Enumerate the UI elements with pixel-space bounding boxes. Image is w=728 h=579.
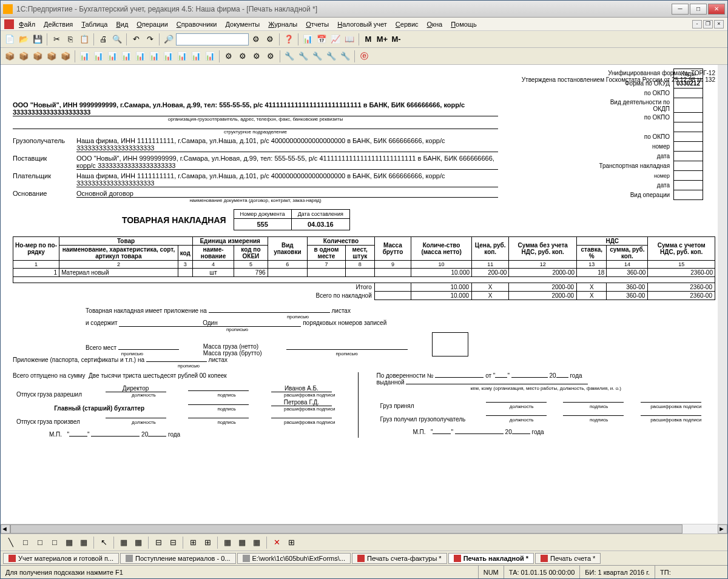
menu-icon — [4, 19, 14, 29]
menu-help[interactable]: Помощь — [447, 19, 480, 29]
tb-icon-3[interactable]: 📈 — [329, 33, 342, 46]
tb2-icon[interactable]: ⚙ — [222, 50, 235, 63]
tab-item[interactable]: Поступление материалов - 0... — [120, 553, 236, 564]
bt-icon[interactable]: □ — [33, 536, 47, 549]
bt-icon[interactable]: ⊞ — [201, 536, 214, 549]
preview-icon[interactable]: 🔍 — [110, 33, 124, 46]
tb-icon-1[interactable]: ⚙ — [249, 33, 263, 46]
tab-item[interactable]: E:\work\1c\605buh\ExtForms\... — [237, 553, 351, 564]
exit-icon[interactable]: ⓔ — [357, 50, 371, 63]
tb2-icon[interactable]: 📊 — [175, 50, 189, 63]
menu-journals[interactable]: Журналы — [265, 19, 301, 29]
bt-icon[interactable]: ╲ — [4, 536, 18, 549]
cut-icon[interactable]: ✂ — [50, 33, 63, 46]
tb2-icon[interactable]: 📊 — [78, 50, 91, 63]
tb2-icon[interactable]: 🔧 — [297, 50, 310, 63]
tb2-icon[interactable]: ⚙ — [250, 50, 263, 63]
bt-icon[interactable]: ▦ — [132, 536, 145, 549]
bt-icon[interactable]: □ — [48, 536, 61, 549]
bt-icon[interactable]: □ — [19, 536, 32, 549]
tab-item[interactable]: Печать счета * — [535, 553, 601, 564]
tb2-icon[interactable]: 📦 — [45, 50, 58, 63]
tb2-icon[interactable]: 📦 — [59, 50, 72, 63]
menu-documents[interactable]: Документы — [221, 19, 263, 29]
tab-item[interactable]: Печать счета-фактуры * — [352, 553, 447, 564]
menu-file[interactable]: Файл — [15, 19, 39, 29]
undo-icon[interactable]: ↶ — [129, 33, 143, 46]
menu-actions[interactable]: Действия — [40, 19, 76, 29]
open-icon[interactable]: 📂 — [17, 33, 30, 46]
save-icon[interactable]: 💾 — [31, 33, 44, 46]
tb2-icon[interactable]: ⚙ — [236, 50, 249, 63]
tb2-icon[interactable]: 🔧 — [283, 50, 296, 63]
horizontal-scrollbar[interactable]: ◄ ► — [1, 524, 727, 534]
tb2-icon[interactable]: 🔧 — [339, 50, 352, 63]
tb2-icon[interactable]: 📦 — [17, 50, 30, 63]
bt-icon[interactable]: ▦ — [77, 536, 90, 549]
bt-icon[interactable]: ▦ — [62, 536, 76, 549]
sender-text: ООО "Новый", ИНН 9999999999, г.Самара, у… — [13, 101, 498, 116]
mdi-close[interactable]: × — [714, 20, 724, 28]
help-icon[interactable]: ❓ — [282, 33, 295, 46]
tab-icon — [8, 555, 16, 562]
menu-view[interactable]: Вид — [112, 19, 132, 29]
vertical-scrollbar[interactable] — [718, 65, 727, 524]
status-tp: ТП: — [655, 566, 727, 578]
m-icon[interactable]: M — [362, 33, 375, 46]
menu-service[interactable]: Сервис — [392, 19, 422, 29]
close-button[interactable]: ✕ — [708, 4, 725, 15]
calc-icon[interactable]: 📊 — [301, 33, 314, 46]
redo-icon[interactable]: ↷ — [143, 33, 157, 46]
bt-icon[interactable]: ⊞ — [186, 536, 200, 549]
bt-icon[interactable]: ⊞ — [285, 536, 298, 549]
tb2-icon[interactable]: 🔧 — [311, 50, 324, 63]
tb-icon-4[interactable]: 📖 — [343, 33, 356, 46]
search-combo[interactable] — [176, 33, 249, 45]
print-icon[interactable]: 🖨 — [96, 33, 110, 46]
bt-icon[interactable]: ⊟ — [166, 536, 180, 549]
tb2-icon[interactable]: 📊 — [203, 50, 217, 63]
mdi-minimize[interactable]: - — [692, 20, 702, 28]
minimize-button[interactable]: ─ — [672, 4, 689, 15]
mminus-icon[interactable]: M- — [389, 33, 403, 46]
bt-icon[interactable]: ▦ — [221, 536, 234, 549]
tab-item[interactable]: Учет материалов и готовой п... — [3, 553, 119, 564]
window-title: 1С:Предприятие - Бухгалтерский учет, ред… — [16, 5, 672, 13]
maximize-button[interactable]: □ — [690, 4, 707, 15]
bt-icon[interactable]: ⊟ — [152, 536, 165, 549]
find-icon[interactable]: 🔎 — [162, 33, 175, 46]
menu-operations[interactable]: Операции — [133, 19, 171, 29]
menu-tax[interactable]: Налоговый учет — [334, 19, 391, 29]
tb2-icon[interactable]: 📊 — [189, 50, 203, 63]
bt-cursor-icon[interactable]: ↖ — [97, 536, 110, 549]
tb2-icon[interactable]: 🔧 — [325, 50, 338, 63]
tb2-icon[interactable]: 📊 — [147, 50, 161, 63]
menu-table[interactable]: Таблица — [78, 19, 111, 29]
tab-icon — [126, 555, 133, 562]
mplus-icon[interactable]: M+ — [376, 33, 389, 46]
bt-icon[interactable]: ▦ — [117, 536, 130, 549]
copy-icon[interactable]: ⎘ — [64, 33, 77, 46]
tb2-icon[interactable]: 📊 — [92, 50, 105, 63]
document-area: Унифицированная форма № ТОРГ-12 Утвержде… — [1, 65, 727, 524]
tb2-icon[interactable]: 📊 — [120, 50, 133, 63]
tb2-icon[interactable]: 📊 — [106, 50, 119, 63]
menu-catalogs[interactable]: Справочники — [173, 19, 221, 29]
bt-icon[interactable]: ✕ — [270, 536, 283, 549]
calendar-icon[interactable]: 📅 — [315, 33, 328, 46]
doc-title: ТОВАРНАЯ НАКЛАДНАЯ — [122, 215, 226, 225]
bt-icon[interactable]: ▦ — [250, 536, 263, 549]
menu-reports[interactable]: Отчеты — [302, 19, 332, 29]
bt-icon[interactable]: ▦ — [235, 536, 249, 549]
tb-icon-2[interactable]: ⚙ — [263, 33, 277, 46]
tb2-icon[interactable]: 📦 — [3, 50, 16, 63]
mdi-restore[interactable]: ❐ — [703, 20, 713, 28]
tab-item-active[interactable]: Печать накладной * — [448, 553, 534, 564]
tb2-icon[interactable]: 📊 — [161, 50, 175, 63]
new-icon[interactable]: 📄 — [3, 33, 16, 46]
menu-windows[interactable]: Окна — [423, 19, 447, 29]
tb2-icon[interactable]: ⚙ — [264, 50, 277, 63]
tb2-icon[interactable]: 📊 — [133, 50, 147, 63]
paste-icon[interactable]: 📋 — [78, 33, 91, 46]
tb2-icon[interactable]: 📦 — [31, 50, 44, 63]
